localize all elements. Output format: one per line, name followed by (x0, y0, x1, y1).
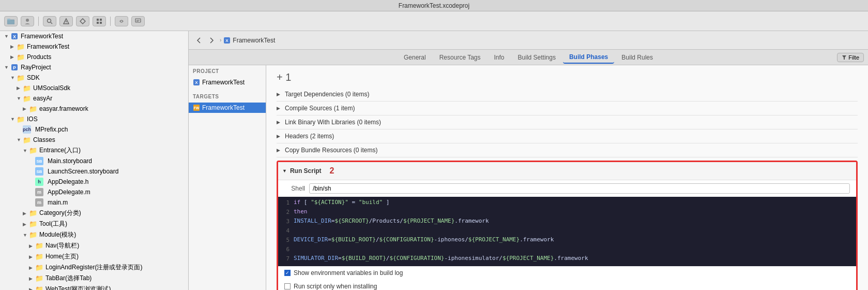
line-num-6: 6 (278, 245, 294, 253)
tab-build-settings[interactable]: Build Settings (512, 52, 562, 63)
phase-link-binary[interactable]: ▶ Link Binary With Libraries (0 items) (277, 115, 858, 129)
sidebar-item-frameworktest-root[interactable]: ▼ X FrameworkTest (0, 31, 188, 41)
sidebar-label: LoginAndRegister(注册或登录页面) (45, 263, 142, 272)
main-content: ▼ X FrameworkTest ▶ 📁 FrameworkTest ▶ 📁 … (0, 31, 868, 290)
comment-toolbar-btn[interactable] (131, 16, 145, 26)
sidebar-item-nav[interactable]: ▶ 📁 Nav(导航栏) (0, 240, 188, 251)
sidebar-item-rayproject[interactable]: ▼ P RayProject (0, 62, 188, 72)
svg-text:P: P (13, 65, 16, 70)
nav-forward-btn[interactable] (206, 36, 218, 45)
person-toolbar-btn[interactable] (21, 16, 34, 26)
phase-compile-sources[interactable]: ▶ Compile Sources (1 item) (277, 102, 858, 115)
editor-nav: › X FrameworkTest (189, 31, 868, 50)
triangle-sdk: ▼ (10, 75, 17, 80)
code-editor[interactable]: 1 if [ "${ACTION}" = "build" ] 2 then 3 … (278, 197, 856, 266)
sidebar-item-appdelegate-h[interactable]: ▶ h AppDelegate.h (0, 177, 188, 187)
sidebar-item-umsocialsdk[interactable]: ▶ 📁 UMSocialSdk (0, 83, 188, 93)
line-code-1: if [ "${ACTION}" = "build" ] (294, 199, 389, 206)
sidebar-item-tabbar[interactable]: ▶ 📁 TabBar(选择Tab) (0, 273, 188, 284)
code-line-6: 6 (278, 245, 856, 255)
svg-marker-8 (80, 19, 85, 24)
target-item-frameworktest[interactable]: FW FrameworkTest (189, 103, 266, 113)
line-code-7: SIMULATOR_DIR=${BUILD_ROOT}/${CONFIGURAT… (294, 255, 588, 262)
phase-label-copy-bundle: Copy Bundle Resources (0 items) (285, 147, 377, 154)
project-item-frameworktest[interactable]: X FrameworkTest (189, 77, 266, 88)
run-installing-label: Run script only when installing (294, 283, 377, 290)
sidebar-item-classes[interactable]: ▼ 📁 Classes (0, 135, 188, 145)
phase-label-target-dep: Target Dependencies (0 items) (285, 91, 369, 98)
tab-general[interactable]: General (398, 52, 432, 63)
phase-label-compile-sources: Compile Sources (1 item) (285, 105, 355, 112)
triangle-products: ▶ (10, 54, 17, 60)
svg-point-3 (48, 19, 51, 22)
triangle-umsocialsdk: ▶ (17, 85, 23, 91)
grid-toolbar-btn[interactable] (93, 16, 106, 26)
sidebar-label: Main.storyboard (48, 157, 92, 165)
sidebar-item-loginandregister[interactable]: ▶ 📁 LoginAndRegister(注册或登录页面) (0, 262, 188, 273)
sidebar-item-tool[interactable]: ▶ 📁 Tool(工具) (0, 219, 188, 229)
run-script-label: Run Script (290, 167, 322, 175)
show-env-checkbox[interactable] (284, 270, 291, 276)
sidebar-item-entrance[interactable]: ▼ 📁 Entrance(入口) (0, 145, 188, 156)
tab-resource-tags[interactable]: Resource Tags (433, 52, 487, 63)
shell-input[interactable] (309, 183, 850, 194)
link-toolbar-btn[interactable] (115, 16, 128, 26)
folder-yellow-icon: 📁 (17, 42, 25, 51)
line-num-5: 5 (278, 236, 294, 243)
warning-toolbar-btn[interactable] (59, 16, 73, 26)
triangle-frameworktest-folder: ▶ (10, 44, 17, 49)
sidebar-label: UMSocialSdk (33, 84, 70, 92)
sidebar-item-frameworktest-folder[interactable]: ▶ 📁 FrameworkTest (0, 41, 188, 52)
sidebar-label: Category(分类) (39, 209, 81, 218)
toolbar (0, 11, 868, 31)
sidebar-item-main-m[interactable]: ▶ m main.m (0, 197, 188, 208)
nav-back-btn[interactable] (193, 36, 204, 45)
sidebar-item-easyar[interactable]: ▼ 📁 easyAr (0, 93, 188, 104)
sidebar-label: FrameworkTest (27, 43, 69, 50)
svg-text:X: X (226, 38, 229, 43)
sidebar-item-appdelegate-m[interactable]: ▶ m AppDelegate.m (0, 187, 188, 197)
folder-yellow-icon-15: 📁 (35, 264, 43, 272)
sidebar-item-category[interactable]: ▶ 📁 Category(分类) (0, 208, 188, 219)
sidebar-item-webtest[interactable]: ▶ 📁 WebTest(网页浏览测试) (0, 284, 188, 290)
run-script-number: 2 (327, 165, 338, 177)
run-script-header[interactable]: ▼ Run Script 2 (278, 162, 856, 180)
tab-info[interactable]: Info (488, 52, 511, 63)
triangle-tabbar: ▶ (29, 276, 35, 281)
triangle-nav: ▶ (29, 243, 35, 249)
sidebar-label: LaunchScreen.storyboard (48, 168, 118, 175)
run-installing-checkbox[interactable] (284, 283, 291, 289)
sidebar-item-main-storyboard[interactable]: ▶ SB Main.storyboard (0, 156, 188, 166)
file-h-icon-2: h (35, 178, 43, 186)
folder-toolbar-btn[interactable] (4, 16, 18, 26)
sidebar-label: WebTest(网页浏览测试) (45, 285, 111, 290)
filter-button[interactable]: Filte (837, 53, 864, 62)
sidebar-item-products[interactable]: ▶ 📁 Products (0, 52, 188, 62)
sidebar-item-easyar-framework[interactable]: ▶ 📁 easyar.framework (0, 104, 188, 114)
folder-yellow-icon-17: 📁 (35, 285, 43, 291)
shell-label: Shell (284, 185, 305, 192)
sidebar-label: Module(模块) (39, 230, 76, 239)
svg-text:X: X (13, 34, 16, 39)
sidebar-item-ios[interactable]: ▼ 📁 IOS (0, 114, 188, 124)
sidebar-item-home[interactable]: ▶ 📁 Home(主页) (0, 251, 188, 262)
triangle-ios: ▼ (10, 117, 17, 122)
search-toolbar-btn[interactable] (43, 16, 56, 26)
sidebar-item-launchscreen-storyboard[interactable]: ▶ SB LaunchScreen.storyboard (0, 166, 188, 177)
tab-build-phases[interactable]: Build Phases (563, 51, 614, 64)
sidebar-item-module[interactable]: ▼ 📁 Module(模块) (0, 229, 188, 240)
phase-headers[interactable]: ▶ Headers (2 items) (277, 129, 858, 143)
editor-area: › X FrameworkTest General Resource Tags … (189, 31, 868, 290)
plus-label[interactable]: + 1 (277, 69, 291, 88)
diamond-toolbar-btn[interactable] (76, 16, 89, 26)
phase-copy-bundle[interactable]: ▶ Copy Bundle Resources (0 items) (277, 143, 858, 157)
targets-section-label: TARGETS (189, 91, 266, 103)
line-num-3: 3 (278, 218, 294, 225)
code-line-3: 3 INSTALL_DIR=${SRCROOT}/Products/${PROJ… (278, 218, 856, 227)
project-section-label: PROJECT (189, 65, 266, 77)
sidebar-item-mprefix[interactable]: ▶ pch MPrefix.pch (0, 124, 188, 135)
sidebar-label: AppDelegate.h (48, 178, 88, 185)
tab-build-rules[interactable]: Build Rules (615, 52, 659, 63)
sidebar-item-sdk[interactable]: ▼ 📁 SDK (0, 72, 188, 83)
phase-target-dep[interactable]: ▶ Target Dependencies (0 items) (277, 88, 858, 102)
